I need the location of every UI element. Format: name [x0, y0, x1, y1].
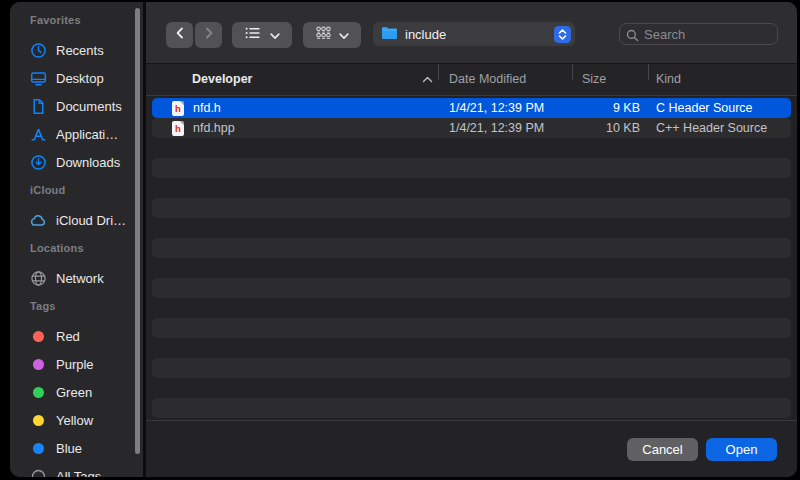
file-row[interactable]: h nfd.h 1/4/21, 12:39 PM 9 KB C Header S… — [152, 98, 791, 118]
globe-icon — [30, 270, 47, 287]
folder-icon — [381, 25, 398, 43]
dialog-content: include Developer — [146, 2, 797, 477]
column-header-name[interactable]: Developer — [192, 64, 252, 95]
forward-button[interactable] — [195, 22, 222, 48]
sidebar-item-desktop[interactable]: Desktop — [30, 64, 143, 92]
header-file-icon: h — [172, 101, 184, 116]
open-dialog: Favorites Recents Desktop Documents Appl… — [10, 2, 797, 477]
back-button[interactable] — [166, 22, 193, 48]
document-icon — [30, 98, 47, 115]
list-header: Developer Date Modified Size Kind — [146, 63, 797, 96]
tag-dot — [30, 384, 47, 401]
file-row[interactable]: h nfd.hpp 1/4/21, 12:39 PM 10 KB C++ Hea… — [152, 118, 791, 138]
column-header-size[interactable]: Size — [582, 64, 606, 95]
popup-stepper-icon — [554, 26, 571, 43]
cancel-button[interactable]: Cancel — [627, 438, 698, 461]
chevron-down-icon — [339, 26, 349, 44]
empty-row-stripe — [152, 358, 791, 378]
sidebar-item-all-tags[interactable]: All Tags — [30, 462, 143, 477]
chevron-down-icon — [270, 26, 280, 44]
column-header-date-modified[interactable]: Date Modified — [449, 64, 526, 95]
cloud-icon — [30, 212, 47, 229]
desktop-icon — [30, 70, 47, 87]
header-file-icon: h — [172, 121, 184, 136]
sidebar-item-network[interactable]: Network — [30, 264, 143, 292]
tag-dot — [30, 412, 47, 429]
sidebar-item-green[interactable]: Green — [30, 378, 143, 406]
empty-row-stripe — [152, 398, 791, 418]
sidebar-section-label: Favorites — [30, 14, 143, 30]
dialog-footer: Cancel Open — [146, 420, 797, 477]
folder-popup-label: include — [405, 27, 554, 42]
open-button[interactable]: Open — [706, 438, 777, 461]
sidebar-section-label: Locations — [30, 242, 143, 258]
tag-dot — [30, 440, 47, 457]
icon-view-icon — [316, 26, 331, 44]
column-separator — [648, 64, 649, 80]
empty-row-stripe — [152, 278, 791, 298]
list-view-icon — [245, 26, 261, 44]
column-header-kind[interactable]: Kind — [656, 64, 681, 95]
folder-popup[interactable]: include — [373, 22, 575, 46]
all-tags-icon — [30, 468, 47, 478]
chevron-right-icon — [203, 26, 215, 44]
sidebar-item-applicati[interactable]: Applicati… — [30, 120, 143, 148]
sidebar: Favorites Recents Desktop Documents Appl… — [10, 2, 143, 477]
toolbar: include — [146, 2, 797, 63]
sidebar-item-downloads[interactable]: Downloads — [30, 148, 143, 176]
appstore-icon — [30, 126, 47, 143]
search-input[interactable] — [619, 23, 778, 45]
empty-row-stripe — [152, 198, 791, 218]
list-view-button[interactable] — [232, 22, 292, 48]
sidebar-section-label: iCloud — [30, 184, 143, 200]
tag-dot — [30, 356, 47, 373]
empty-row-stripe — [152, 238, 791, 258]
sidebar-section: Favorites Recents Desktop Documents Appl… — [30, 14, 143, 176]
clock-icon — [30, 42, 47, 59]
sidebar-item-blue[interactable]: Blue — [30, 434, 143, 462]
tag-dot — [30, 328, 47, 345]
download-icon — [30, 154, 47, 171]
sidebar-item-yellow[interactable]: Yellow — [30, 406, 143, 434]
column-separator — [572, 64, 573, 80]
sidebar-item-purple[interactable]: Purple — [30, 350, 143, 378]
sidebar-section: iCloud iCloud Dri… — [30, 184, 143, 234]
file-list: h nfd.h 1/4/21, 12:39 PM 9 KB C Header S… — [146, 96, 797, 420]
sort-ascending-icon — [422, 72, 433, 86]
sidebar-section: Tags Red Purple Green Yellow Blue All Ta… — [30, 300, 143, 477]
empty-row-stripe — [152, 158, 791, 178]
sidebar-item-red[interactable]: Red — [30, 322, 143, 350]
sidebar-item-icloud-dri[interactable]: iCloud Dri… — [30, 206, 143, 234]
sidebar-section-label: Tags — [30, 300, 143, 316]
sidebar-item-recents[interactable]: Recents — [30, 36, 143, 64]
icon-view-button[interactable] — [303, 22, 361, 48]
sidebar-section: Locations Network — [30, 242, 143, 292]
chevron-left-icon — [174, 26, 186, 44]
column-separator — [438, 64, 439, 80]
sidebar-scrollbar[interactable] — [135, 8, 140, 454]
sidebar-item-documents[interactable]: Documents — [30, 92, 143, 120]
empty-row-stripe — [152, 318, 791, 338]
